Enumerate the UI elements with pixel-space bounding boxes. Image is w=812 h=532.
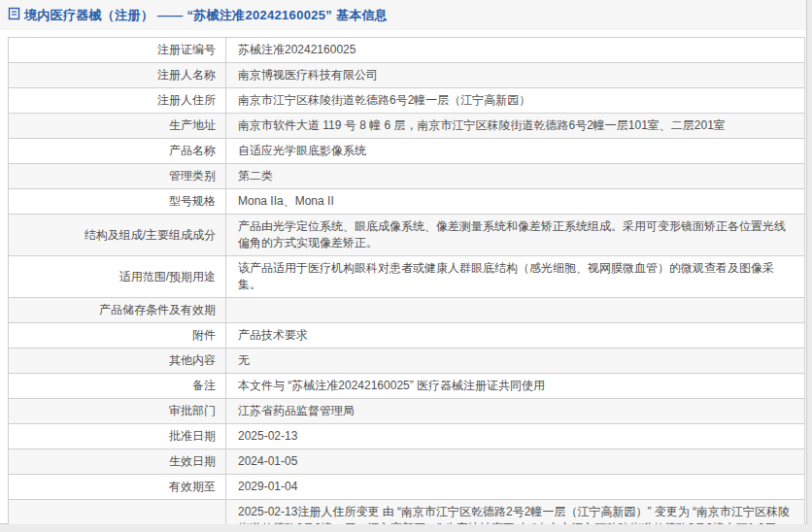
row-label: 产品储存条件及有效期 [9,298,226,323]
page: 境内医疗器械（注册） —— “苏械注准20242160025” 基本信息 注册证… [0,0,812,532]
table-row: 有效期至 2029-01-04 [9,475,805,500]
row-label-text: 产品储存条件及有效期 [99,303,216,316]
row-value: 2024-01-05 [226,449,805,475]
table-row: 注册人名称 南京博视医疗科技有限公司 [9,63,805,88]
row-label-text: 适用范围/预期用途 [119,270,216,283]
row-label: 结构及组成/主要组成成分 [9,215,226,256]
table-row: 其他内容 无 [9,349,805,374]
table-row: 注册人住所 南京市江宁区秣陵街道乾德路6号2幢一层（江宁高新园） [9,88,805,114]
row-label: 注册人名称 [9,63,226,88]
table-row: 批准日期 2025-02-13 [9,424,805,449]
row-label: 适用范围/预期用途 [9,256,226,298]
row-label-text: 产品名称 [169,144,216,157]
row-value: 南京博视医疗科技有限公司 [226,63,805,88]
row-label-text: 其他内容 [169,353,216,367]
row-value: 2025-02-13 [226,424,805,449]
row-value: 无 [226,349,805,374]
row-label: 生产地址 [9,114,226,139]
table-row: 附件 产品技术要求 [9,323,805,349]
table-row: 适用范围/预期用途 该产品适用于医疗机构眼科对患者或健康人群眼底结构（感光细胞、… [9,256,805,298]
table-row: 结构及组成/主要组成成分 产品由光学定位系统、眼底成像系统、像差测量系统和像差矫… [9,215,805,256]
row-value [226,298,805,323]
row-label-text: 批准日期 [169,429,216,443]
row-label-text: 注册证编号 [157,43,216,56]
table-row: 审批部门 江苏省药品监督管理局 [9,399,805,424]
row-label: 其他内容 [9,349,226,374]
info-table-body: 注册证编号 苏械注准20242160025 注册人名称 南京博视医疗科技有限公司… [9,38,805,532]
row-label: 生效日期 [9,449,226,475]
page-bottom-strip [0,524,812,532]
row-label-text: 备注 [192,379,216,392]
row-label-text: 审批部门 [169,404,216,417]
table-row: 生产地址 南京市软件大道 119 号 8 幢 6 层，南京市江宁区秣陵街道乾德路… [9,114,805,139]
row-label: 批准日期 [9,424,226,449]
row-value: 南京市软件大道 119 号 8 幢 6 层，南京市江宁区秣陵街道乾德路6号2幢一… [226,114,805,139]
table-row: 型号规格 Mona IIa、Mona II [9,189,805,215]
row-label-text: 附件 [192,328,216,342]
table-row: 注册证编号 苏械注准20242160025 [9,38,805,63]
content-panel: 境内医疗器械（注册） —— “苏械注准20242160025” 基本信息 注册证… [0,0,807,524]
row-value: 该产品适用于医疗机构眼科对患者或健康人群眼底结构（感光细胞、视网膜微血管）的微观… [226,256,805,298]
table-row: 生效日期 2024-01-05 [9,449,805,475]
table-row: 产品名称 自适应光学眼底影像系统 [9,139,805,164]
row-label: 附件 [9,323,226,349]
row-value: 2029-01-04 [226,475,805,500]
table-row: 备注 本文件与 “苏械注准20242160025” 医疗器械注册证共同使用 [9,374,805,399]
row-label: 审批部门 [9,399,226,424]
row-label-text: 有效期至 [169,480,216,493]
registration-info-table: 注册证编号 苏械注准20242160025 注册人名称 南京博视医疗科技有限公司… [8,37,805,532]
row-value: 第二类 [226,164,805,189]
table-row: 管理类别 第二类 [9,164,805,189]
document-icon [8,7,20,24]
row-label-text: 生效日期 [169,454,216,468]
row-label-text: 注册人名称 [157,68,216,82]
row-value: 苏械注准20242160025 [226,38,805,63]
row-label: 注册人住所 [9,88,226,114]
row-label: 注册证编号 [9,38,226,63]
row-value: Mona IIa、Mona II [226,189,805,215]
row-label-text: 型号规格 [169,194,216,208]
row-value: 产品技术要求 [226,323,805,349]
page-header: 境内医疗器械（注册） —— “苏械注准20242160025” 基本信息 [0,0,806,30]
row-label-text: 生产地址 [169,118,216,132]
row-value: 南京市江宁区秣陵街道乾德路6号2幢一层（江宁高新园） [226,88,805,114]
table-row: 产品储存条件及有效期 [9,298,805,323]
row-label: 备注 [9,374,226,399]
row-label-text: 结构及组成/主要组成成分 [85,228,216,242]
row-value: 自适应光学眼底影像系统 [226,139,805,164]
row-label: 产品名称 [9,139,226,164]
row-label: 有效期至 [9,475,226,500]
row-label: 型号规格 [9,189,226,215]
row-label-text: 管理类别 [169,169,216,183]
page-title: 境内医疗器械（注册） —— “苏械注准20242160025” 基本信息 [24,7,388,24]
row-label-text: 注册人住所 [157,93,216,107]
row-value: 本文件与 “苏械注准20242160025” 医疗器械注册证共同使用 [226,374,805,399]
row-value: 产品由光学定位系统、眼底成像系统、像差测量系统和像差矫正系统组成。采用可变形镜面… [226,215,805,256]
row-value: 江苏省药品监督管理局 [226,399,805,424]
row-label: 管理类别 [9,164,226,189]
